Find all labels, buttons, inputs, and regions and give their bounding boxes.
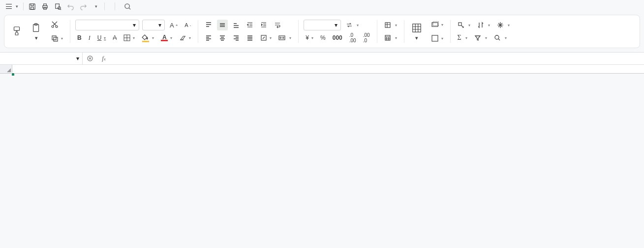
- number-format-select[interactable]: ▾: [304, 20, 341, 30]
- svg-point-11: [52, 26, 54, 28]
- save-icon[interactable]: [28, 2, 36, 11]
- print-preview-icon[interactable]: [53, 2, 62, 11]
- cell-styles-button[interactable]: ▾: [429, 19, 445, 30]
- chevron-down-icon: ▾: [76, 55, 79, 62]
- conditional-format-icon: [411, 22, 422, 34]
- border-button[interactable]: ▾: [122, 32, 137, 43]
- underline-button[interactable]: U▾: [95, 32, 108, 43]
- group-editing: ▾ ▾ ▾ Σ ▾ ▾: [451, 17, 517, 46]
- row-column-button[interactable]: ▾: [382, 20, 399, 30]
- justify-button[interactable]: [245, 32, 255, 43]
- conditional-format-button[interactable]: ▾: [409, 22, 424, 41]
- svg-rect-23: [432, 35, 438, 41]
- chevron-down-icon: ▾: [158, 22, 161, 28]
- worksheet-button[interactable]: ▾: [382, 32, 399, 43]
- svg-point-7: [124, 3, 129, 8]
- align-top-button[interactable]: [203, 20, 214, 30]
- fill-button[interactable]: ▾: [456, 20, 472, 30]
- svg-rect-19: [385, 35, 390, 40]
- fill-color-button[interactable]: ▾: [140, 32, 156, 43]
- chevron-down-icon: ▾: [16, 4, 18, 9]
- font-size-select[interactable]: ▾: [142, 20, 165, 30]
- merge-cells-button[interactable]: ▾: [276, 32, 293, 43]
- group-cells: ▾ ▾: [377, 17, 404, 46]
- filter-button[interactable]: ▾: [472, 32, 489, 43]
- increase-decimal-button[interactable]: .0.00: [347, 32, 358, 43]
- increase-indent-button[interactable]: [258, 20, 269, 30]
- svg-rect-14: [54, 37, 58, 41]
- group-clipboard: ▾ ▾: [4, 17, 70, 46]
- fill-color-icon: [142, 34, 150, 41]
- formula-input[interactable]: [112, 53, 640, 64]
- svg-rect-0: [29, 3, 34, 9]
- svg-rect-3: [43, 3, 46, 5]
- redo-icon[interactable]: [79, 2, 88, 11]
- find-button[interactable]: ▾: [492, 32, 509, 43]
- divider: [23, 2, 24, 10]
- align-right-button[interactable]: [231, 32, 242, 43]
- orientation-button[interactable]: ▾: [258, 32, 274, 43]
- hamburger-icon: [6, 4, 12, 9]
- align-center-button[interactable]: [217, 32, 228, 43]
- percent-button[interactable]: %: [318, 32, 328, 43]
- file-menu[interactable]: ▾: [3, 0, 21, 13]
- decrease-decimal-button[interactable]: .00.0: [361, 32, 372, 43]
- qat-more-icon[interactable]: ▾: [92, 2, 100, 11]
- cond-format-label: ▾: [415, 35, 418, 41]
- wrap-text-button[interactable]: [272, 20, 284, 30]
- print-icon[interactable]: [40, 2, 49, 11]
- svg-rect-24: [459, 23, 461, 26]
- svg-rect-18: [385, 23, 390, 28]
- svg-rect-1: [31, 7, 33, 9]
- cut-button[interactable]: [49, 19, 65, 30]
- sort-button[interactable]: ▾: [475, 20, 492, 30]
- undo-icon[interactable]: [66, 2, 75, 11]
- svg-rect-8: [14, 27, 20, 30]
- freeze-button[interactable]: ▾: [495, 20, 512, 30]
- fx-icon[interactable]: fx: [99, 55, 108, 62]
- chevron-down-icon: ▾: [133, 22, 136, 28]
- font-color-button[interactable]: A▾: [159, 32, 174, 43]
- paste-icon: [31, 22, 42, 34]
- bold-button[interactable]: B: [75, 32, 84, 43]
- clear-format-button[interactable]: ▾: [177, 32, 193, 43]
- decrease-indent-button[interactable]: [245, 20, 255, 30]
- search-icon[interactable]: [123, 2, 132, 11]
- chevron-down-icon: ▾: [335, 22, 337, 28]
- svg-rect-5: [55, 3, 59, 8]
- select-all-corner[interactable]: [0, 65, 12, 73]
- name-box[interactable]: ▾: [0, 53, 83, 64]
- currency-button[interactable]: ¥▾: [304, 32, 315, 43]
- group-font: ▾ ▾ A+ A- B I U▾ A ▾: [70, 17, 198, 46]
- divider: [115, 2, 115, 10]
- svg-point-25: [495, 35, 499, 39]
- format-painter-icon: [11, 25, 22, 37]
- align-bottom-button[interactable]: [231, 20, 242, 30]
- align-middle-button[interactable]: [217, 20, 228, 30]
- divider: [104, 2, 105, 10]
- paste-label: ▾: [35, 35, 38, 41]
- sum-button[interactable]: Σ ▾: [456, 32, 469, 43]
- font-name-select[interactable]: ▾: [75, 20, 139, 30]
- svg-point-12: [56, 26, 58, 28]
- svg-rect-13: [52, 36, 56, 40]
- cancel-formula-icon[interactable]: [87, 55, 95, 62]
- group-number: ▾ ▾ ¥▾ % 000 .0.00 .00.0: [299, 17, 376, 46]
- paste-button[interactable]: ▾: [29, 22, 44, 41]
- spreadsheet-grid: [0, 65, 644, 74]
- font-color-icon: A: [161, 34, 168, 41]
- group-styles: ▾ ▾ ▾: [404, 17, 450, 46]
- decrease-font-button[interactable]: A-: [183, 20, 193, 30]
- format-table-button[interactable]: ▾: [429, 33, 445, 44]
- comma-button[interactable]: 000: [331, 32, 344, 43]
- strikethrough-button[interactable]: A: [111, 32, 119, 43]
- increase-font-button[interactable]: A+: [168, 20, 180, 30]
- format-painter-button[interactable]: [9, 25, 24, 38]
- svg-rect-20: [412, 24, 421, 32]
- group-alignment: ▾ ▾: [198, 17, 298, 46]
- align-left-button[interactable]: [203, 32, 214, 43]
- copy-button[interactable]: ▾: [49, 33, 65, 44]
- italic-button[interactable]: I: [87, 32, 92, 43]
- selection-rect: [12, 74, 14, 76]
- convert-button[interactable]: ▾: [344, 20, 361, 30]
